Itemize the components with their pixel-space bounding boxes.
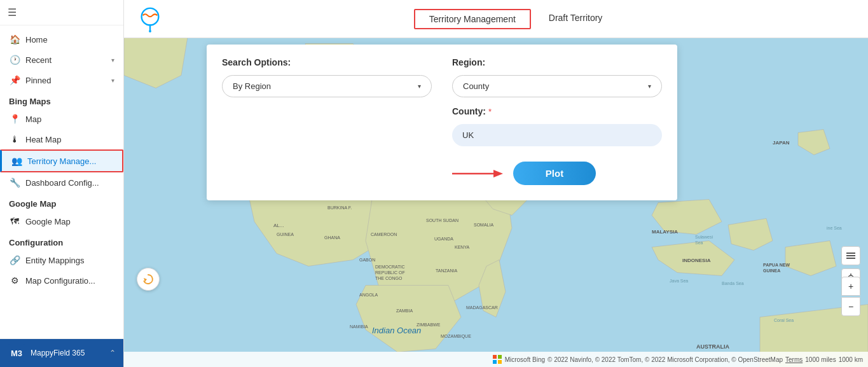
layer-icon [845,250,857,261]
google-map-icon: 🗺 [9,216,20,226]
zoom-in-button[interactable]: + [841,277,860,296]
footer-app-label: MappyField 365 [31,349,104,357]
bing-label: Microsoft Bing [505,356,545,363]
hamburger-menu-icon[interactable]: ☰ [8,6,17,18]
dashboard-icon: 🔧 [9,177,20,188]
microsoft-icon [492,354,502,364]
chevron-up-icon: ⌃ [109,349,116,357]
tab-territory-management[interactable]: Territory Management [414,9,531,29]
svg-marker-4 [493,170,503,177]
sidebar-item-home[interactable]: 🏠 Home [0,29,123,50]
refresh-button[interactable] [137,268,160,291]
plot-button[interactable]: Plot [513,162,596,185]
sidebar-header: ☰ [0,0,123,25]
search-options-label: Search Options: [222,57,432,67]
territory-icon: 👥 [11,156,22,166]
app-logo [137,6,163,32]
section-title-google-map: Google Map [0,193,123,211]
sidebar-item-label: Entity Mappings [25,256,114,265]
search-panel: Search Options: By Region ▾ Region: Coun… [207,45,677,200]
search-options-dropdown[interactable]: By Region ▾ [222,75,432,97]
sidebar-item-label: Pinned [25,76,106,85]
sidebar-footer[interactable]: M3 MappyField 365 ⌃ [0,338,123,367]
svg-rect-18 [498,360,502,364]
sidebar: ☰ 🏠 Home 🕐 Recent ▾ 📌 Pinned ▾ Bing Maps… [0,0,124,367]
map-zoom-controls: + − [841,277,860,316]
section-title-configuration: Configuration [0,232,123,250]
pin-icon: 📌 [9,75,20,85]
chevron-down-icon: ▾ [111,77,114,84]
m3-badge: M3 [8,344,25,362]
scale-1000km: 1000 km [839,356,863,363]
scale-1000mi: 1000 miles [805,356,836,363]
recent-icon: 🕐 [9,55,20,65]
region-col: Region: County ▾ County: * [452,57,662,185]
map-layer-control[interactable] [841,246,860,265]
home-icon: 🏠 [9,34,20,45]
sidebar-item-label: Home [25,35,114,45]
map-bottom-bar: Microsoft Bing © 2022 Navinfo, © 2022 To… [124,352,868,367]
svg-rect-8 [846,258,855,259]
sidebar-item-pinned[interactable]: 📌 Pinned ▾ [0,70,123,90]
sidebar-item-label: Recent [25,55,106,65]
map-container: SPAIN FR. PORTUGAL MOROCCO AL... MAURITA… [124,38,868,367]
heat-map-icon: 🌡 [9,134,20,144]
section-title-bing-maps: Bing Maps [0,90,123,109]
sidebar-item-google-map[interactable]: 🗺 Google Map [0,211,123,232]
map-terms-link[interactable]: Terms [785,356,803,363]
sidebar-item-label: Map [25,114,114,124]
sidebar-item-territory-manage[interactable]: 👥 Territory Manage... [0,149,123,172]
sidebar-item-map-config[interactable]: ⚙ Map Configuratio... [0,270,123,291]
region-value: County [463,81,489,91]
red-arrow-svg [452,167,503,181]
settings-icon: ⚙ [9,275,20,286]
logo-container [137,6,163,32]
svg-rect-7 [846,255,855,256]
required-indicator: * [488,107,492,116]
chevron-down-icon: ▾ [111,57,114,64]
sidebar-item-label: Heat Map [25,135,114,144]
sidebar-item-heat-map[interactable]: 🌡 Heat Map [0,129,123,149]
panel-row: Search Options: By Region ▾ Region: Coun… [222,57,662,185]
tab-draft-territory[interactable]: Draft Territory [534,8,618,30]
svg-point-1 [149,30,151,32]
svg-rect-6 [846,253,855,254]
dropdown-arrow-icon: ▾ [418,83,421,90]
plot-row: Plot [452,162,662,185]
entity-icon: 🔗 [9,255,20,265]
county-input[interactable] [452,124,662,146]
sidebar-item-label: Google Map [25,217,114,226]
sidebar-item-entity-mappings[interactable]: 🔗 Entity Mappings [0,250,123,270]
sidebar-item-label: Dashboard Config... [25,178,114,188]
dropdown-arrow-icon: ▾ [648,83,651,90]
main-content: Territory Management Draft Territory [124,0,868,367]
region-dropdown[interactable]: County ▾ [452,75,662,97]
map-copyright: © 2022 Navinfo, © 2022 TomTom, © 2022 Mi… [548,356,783,363]
sidebar-item-recent[interactable]: 🕐 Recent ▾ [0,50,123,70]
search-options-value: By Region [233,81,271,91]
map-background: SPAIN FR. PORTUGAL MOROCCO AL... MAURITA… [124,38,868,367]
refresh-icon [142,273,155,286]
sidebar-item-dashboard-config[interactable]: 🔧 Dashboard Config... [0,172,123,193]
sidebar-item-label: Map Configuratio... [25,276,114,286]
top-header: Territory Management Draft Territory [124,0,868,38]
sidebar-nav: 🏠 Home 🕐 Recent ▾ 📌 Pinned ▾ Bing Maps 📍… [0,25,123,338]
arrow-indicator [452,167,503,181]
header-tabs: Territory Management Draft Territory [176,8,855,30]
svg-rect-16 [498,355,502,359]
map-pin-icon: 📍 [9,114,20,124]
bing-logo: Microsoft Bing [492,354,545,364]
county-label: County: [452,106,486,116]
sidebar-item-map[interactable]: 📍 Map [0,109,123,129]
svg-rect-17 [493,360,497,364]
search-options-col: Search Options: By Region ▾ [222,57,432,185]
svg-rect-15 [493,355,497,359]
region-label: Region: [452,57,662,67]
zoom-out-button[interactable]: − [841,297,860,316]
county-label-row: County: * [452,106,662,116]
sidebar-item-label: Territory Manage... [27,156,113,166]
